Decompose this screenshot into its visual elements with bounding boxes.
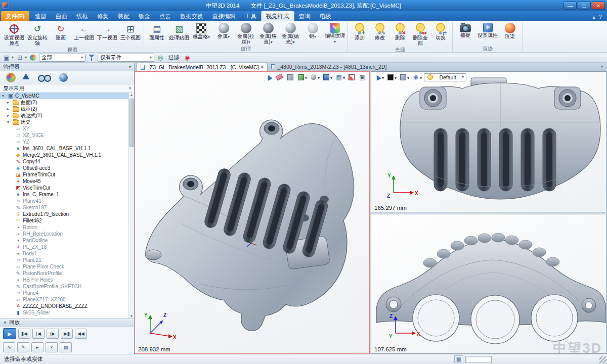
ribbon-collapse-icon[interactable]: ▴: [592, 14, 595, 20]
viewport-tool-button[interactable]: [334, 73, 346, 81]
ribbon-button[interactable]: 金属(抛光)▾: [279, 22, 301, 45]
pin-icon[interactable]: [183, 54, 191, 62]
ribbon-button[interactable]: 上一视图▾: [72, 22, 96, 41]
ribbon-button[interactable]: 金属▾: [212, 22, 235, 40]
history-item[interactable]: PlaneXZ17_XZ200: [0, 296, 128, 303]
menu-tab[interactable]: 查询: [294, 11, 315, 21]
ribbon-button[interactable]: 下一视图▾: [96, 22, 119, 41]
history-item[interactable]: PL_ZX_18: [0, 244, 128, 250]
history-item[interactable]: PistonBoreProfile: [0, 270, 128, 277]
history-manager-icon[interactable]: [24, 74, 30, 81]
panel-toggle-icon[interactable]: [3, 54, 11, 62]
replay-button[interactable]: ▮◀: [18, 329, 30, 339]
expand-arrow-icon[interactable]: ▸: [7, 100, 11, 105]
tree-folder[interactable]: ▸ 曲面(2): [0, 99, 128, 106]
dropdown-caret-icon[interactable]: ▾: [25, 55, 27, 60]
close-button[interactable]: ×: [592, 2, 605, 10]
history-item[interactable]: Merge2_3601_CAL_BASE_VH.1.1: [0, 152, 128, 158]
color-palette-icon[interactable]: [29, 54, 37, 62]
history-item[interactable]: ViseTrimCut: [0, 185, 128, 191]
viewport-tool-button[interactable]: [347, 73, 357, 81]
tab-close-icon[interactable]: ×: [261, 64, 264, 70]
entity-filter-select[interactable]: 全部▾: [39, 54, 85, 62]
viewport-tool-button[interactable]: [373, 73, 385, 81]
ribbon-button[interactable]: 面属性▾: [146, 22, 168, 41]
ribbon-button[interactable]: 铝▾: [301, 22, 324, 40]
ribbon-button[interactable]: 修改▾: [370, 22, 390, 41]
history-item[interactable]: Body1: [0, 250, 128, 257]
menu-tab[interactable]: 曲面: [51, 11, 72, 21]
viewport-tool-button[interactable]: [309, 73, 321, 81]
minimize-button[interactable]: —: [563, 2, 577, 10]
scroll-up-icon[interactable]: ▲: [130, 93, 134, 97]
menu-tab[interactable]: 造型: [30, 11, 51, 21]
dropdown-caret-icon[interactable]: ▾: [12, 55, 14, 60]
replay-button[interactable]: ▶: [3, 328, 16, 339]
menu-tab[interactable]: 直接编辑: [208, 11, 240, 21]
tab-list-caret-icon[interactable]: ▾: [598, 64, 606, 69]
tree-folder[interactable]: ▸ 表达式(1): [0, 112, 128, 119]
tree-root-node[interactable]: ▾ C_ViseMC: [0, 93, 128, 99]
ribbon-button[interactable]: 设置视图原点▾: [3, 22, 26, 47]
history-item[interactable]: Plane41: [0, 198, 128, 204]
history-item[interactable]: Move45: [0, 178, 128, 185]
visual-manager-icon[interactable]: [38, 75, 51, 81]
ribbon-button[interactable]: 处理贴图▾: [168, 22, 190, 41]
history-item[interactable]: Extrude179_Isection: [0, 211, 128, 217]
replay-tool-button[interactable]: ∿: [3, 342, 15, 352]
tree-folder[interactable]: ▸ 线框(2): [0, 106, 128, 112]
history-item[interactable]: Sk35_Slider: [0, 309, 128, 316]
dropdown-caret-icon[interactable]: ▾: [129, 86, 131, 90]
tree-filter-bar[interactable]: 显示常用 ▾: [0, 84, 134, 93]
history-item[interactable]: Plane21: [0, 257, 128, 263]
history-item[interactable]: Ins_C_Frame_1: [0, 191, 128, 198]
replay-tool-button[interactable]: ▸: [31, 342, 44, 352]
viewport-tool-button[interactable]: [358, 73, 367, 81]
replay-button[interactable]: ▶▮: [61, 329, 73, 339]
scroll-down-icon[interactable]: ▼: [130, 314, 134, 318]
menu-tab[interactable]: 电极: [315, 11, 336, 21]
menu-tab[interactable]: 工具: [240, 11, 261, 21]
ribbon-button[interactable]: 渲染▾: [499, 22, 521, 40]
ribbon-button[interactable]: 删除▾: [390, 22, 410, 41]
expand-arrow-icon[interactable]: ▸: [7, 107, 11, 111]
help-icon[interactable]: ?: [599, 14, 602, 20]
ribbon-button[interactable]: 捕捉▾: [454, 22, 476, 39]
expand-arrow-icon[interactable]: ▾: [7, 120, 11, 124]
history-item[interactable]: XY: [0, 125, 128, 132]
replay-button[interactable]: (▶: [47, 329, 59, 339]
assembly-manager-icon[interactable]: [6, 73, 16, 82]
menu-tab[interactable]: 修复: [93, 11, 113, 21]
menu-tab[interactable]: 数据交换: [176, 11, 208, 21]
ribbon-button[interactable]: 三个视图▾: [119, 22, 142, 41]
ribbon-button[interactable]: 删除全部▾: [410, 22, 430, 47]
viewport-tool-button[interactable]: [386, 73, 398, 81]
replay-button[interactable]: (◀: [32, 329, 45, 339]
document-tab[interactable]: _Z3_GL_BrakesModelB_2013.Z3 - [C_ViseMC]…: [137, 63, 268, 71]
filter-funnel-icon[interactable]: [88, 54, 96, 62]
menu-tab[interactable]: 点云: [155, 11, 176, 21]
light-preset-select[interactable]: Default ▾: [424, 73, 466, 81]
dropdown-caret-icon[interactable]: ▾: [129, 65, 131, 69]
history-item[interactable]: OffsetFace3: [0, 165, 128, 171]
resize-grip[interactable]: [599, 356, 606, 363]
tree-folder[interactable]: ▾ 历史: [0, 119, 128, 125]
menu-tab[interactable]: 文件(F): [1, 11, 29, 21]
history-item[interactable]: Copy44: [0, 158, 128, 165]
ribbon-button[interactable]: 棋盘格▾: [190, 22, 212, 41]
history-item[interactable]: FrameTrimCut: [0, 171, 128, 178]
maximize-button[interactable]: □: [578, 2, 591, 10]
ribbon-button[interactable]: 设定旋转轴▾: [26, 22, 49, 47]
history-item[interactable]: ZZZZZ_ENDOFBASE_ZZZZ: [0, 303, 128, 309]
display-filter-select[interactable]: 仅有零件▾: [98, 54, 154, 62]
snap-grid-icon[interactable]: [454, 355, 463, 363]
viewport-tool-button[interactable]: [296, 73, 308, 81]
history-item[interactable]: Ins_3601_CAL_BASE_VH.1.1: [0, 145, 128, 152]
ribbon-button[interactable]: 金属(铸造)▾: [257, 22, 279, 45]
view-manager-icon[interactable]: [59, 73, 68, 82]
history-item[interactable]: YZ: [0, 139, 128, 145]
history-item[interactable]: XZ_VICE: [0, 132, 128, 139]
front-view-viewport[interactable]: Default ▾ Y Z X 165.297 mm: [371, 71, 606, 212]
menu-tab[interactable]: 线框: [72, 11, 93, 21]
collapse-caret-icon[interactable]: ▼: [3, 321, 7, 325]
